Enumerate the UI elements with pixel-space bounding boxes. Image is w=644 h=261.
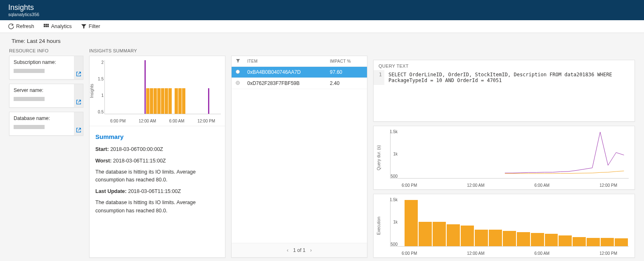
- analytics-icon: [43, 24, 49, 29]
- pager-prev[interactable]: ‹: [287, 247, 289, 253]
- items-header: ITEM IMPACT %: [232, 56, 367, 67]
- pager: ‹ 1 of 1 ›: [232, 243, 367, 257]
- svg-rect-0: [44, 24, 45, 26]
- resource-card-label: Subscription name:: [14, 59, 70, 65]
- lastupdate-label: Last Update:: [95, 188, 127, 194]
- summary-body-2: The database is hitting its IO limits. A…: [95, 199, 219, 215]
- filter-button[interactable]: Filter: [81, 24, 100, 29]
- insights-summary-col: INSIGHTS SUMMARY Insights 21.510.5 6:00 …: [89, 48, 225, 258]
- refresh-label: Refresh: [16, 24, 34, 29]
- redacted-value: [14, 69, 45, 73]
- open-external-button[interactable]: [74, 84, 83, 107]
- start-value: 2018-03-06T00:00:00Z: [110, 146, 163, 152]
- redacted-value: [14, 125, 45, 129]
- open-external-button[interactable]: [74, 56, 83, 79]
- svg-rect-3: [44, 26, 45, 27]
- resource-card-1: Server name:: [9, 84, 83, 108]
- row-impact: 97.60: [330, 69, 363, 75]
- col-impact[interactable]: IMPACT %: [330, 59, 363, 63]
- insights-summary-label: INSIGHTS SUMMARY: [89, 48, 225, 53]
- execution-chart[interactable]: Execution 1.5k1k500 6:00 PM12:00 AM6:00 …: [373, 194, 635, 258]
- redacted-value: [14, 97, 45, 101]
- sql-source[interactable]: SELECT OrderLineID, OrderID, StockItemID…: [384, 70, 635, 85]
- items-card: ITEM IMPACT % 0xBA4B0B040746AA7D 97.60 0…: [231, 56, 367, 258]
- summary-card: Insights 21.510.5 6:00 PM12:00 AM6:00 AM…: [89, 56, 225, 258]
- svg-rect-1: [45, 24, 47, 26]
- page-title: Insights: [8, 3, 636, 12]
- row-icon: [236, 81, 240, 85]
- row-icon: [236, 70, 240, 74]
- lastupdate-value: 2018-03-06T11:15:00Z: [128, 188, 181, 194]
- filter-label: Filter: [89, 24, 100, 29]
- pager-text: 1 of 1: [293, 247, 305, 253]
- row-id: 0xBA4B0B040746AA7D: [247, 69, 330, 75]
- resource-card-2: Database name:: [9, 112, 83, 136]
- row-impact: 2.40: [330, 80, 363, 86]
- row-id: 0xD762F283F7FBF59B: [247, 80, 330, 86]
- table-row[interactable]: 0xBA4B0B040746AA7D 97.60: [232, 67, 367, 78]
- summary-body-1: The database is hitting its IO limits. A…: [95, 168, 219, 184]
- summary-title: Summary: [95, 132, 219, 141]
- worst-value: 2018-03-06T11:15:00Z: [113, 158, 166, 164]
- resource-info-label: RESOURCE INFO: [9, 48, 83, 53]
- resource-card-label: Database name:: [14, 115, 70, 121]
- mini-chart-ylabel: Insights: [90, 84, 94, 98]
- col-item[interactable]: ITEM: [247, 59, 330, 63]
- svg-rect-4: [45, 26, 47, 27]
- insights-mini-chart[interactable]: Insights 21.510.5 6:00 PM12:00 AM6:00 AM…: [90, 56, 225, 126]
- refresh-button[interactable]: Refresh: [8, 24, 34, 29]
- duration-ylabel: Query dur. (s): [377, 145, 381, 170]
- query-duration-chart[interactable]: Query dur. (s) 1.5k1k500 6:00 PM12:00 AM…: [373, 126, 635, 190]
- page-header: Insights sqlanalytics356: [0, 0, 644, 20]
- open-external-button[interactable]: [74, 112, 83, 135]
- page-subtitle: sqlanalytics356: [8, 12, 636, 17]
- query-text-card: QUERY TEXT 1 SELECT OrderLineID, OrderID…: [373, 60, 635, 122]
- svg-rect-5: [47, 26, 49, 27]
- worst-label: Worst:: [95, 158, 111, 164]
- execution-ylabel: Execution: [377, 217, 381, 235]
- resource-card-label: Server name:: [14, 87, 70, 93]
- table-row[interactable]: 0xD762F283F7FBF59B 2.40: [232, 78, 367, 89]
- filter-icon: [81, 24, 87, 29]
- line-gutter: 1: [374, 70, 384, 85]
- items-col: ITEM IMPACT % 0xBA4B0B040746AA7D 97.60 0…: [231, 48, 367, 258]
- resource-info-col: RESOURCE INFO Subscription name: Server …: [9, 48, 83, 140]
- right-col: QUERY TEXT 1 SELECT OrderLineID, OrderID…: [373, 48, 635, 258]
- refresh-icon: [8, 24, 14, 29]
- query-text-label: QUERY TEXT: [374, 60, 635, 70]
- svg-rect-2: [47, 24, 49, 26]
- filter-icon[interactable]: [236, 59, 240, 63]
- time-range[interactable]: Time: Last 24 hours: [0, 33, 644, 48]
- analytics-label: Analytics: [51, 24, 72, 29]
- start-label: Start:: [95, 146, 109, 152]
- resource-card-0: Subscription name:: [9, 56, 83, 80]
- analytics-button[interactable]: Analytics: [43, 24, 72, 29]
- pager-next[interactable]: ›: [310, 247, 312, 253]
- toolbar: Refresh Analytics Filter: [0, 20, 644, 33]
